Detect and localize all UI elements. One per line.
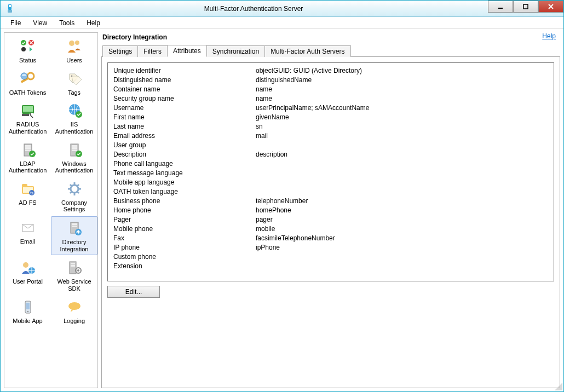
attribute-label: First name bbox=[113, 113, 256, 122]
attribute-label: IP phone bbox=[113, 243, 256, 252]
attribute-row[interactable]: Mobile app language bbox=[113, 178, 548, 187]
attribute-row[interactable]: Unique identifierobjectGUID: GUID (Activ… bbox=[113, 66, 548, 76]
sidebar-item-label: Logging bbox=[64, 318, 85, 325]
attribute-label: Last name bbox=[113, 122, 256, 131]
attribute-value: givenName bbox=[256, 113, 548, 122]
attribute-label: Fax bbox=[113, 234, 256, 243]
edit-button[interactable]: Edit... bbox=[107, 286, 160, 298]
svg-rect-55 bbox=[71, 265, 75, 267]
sidebar-item-iis-auth[interactable]: IIS Authentication bbox=[51, 99, 97, 137]
attribute-row[interactable]: First namegivenName bbox=[113, 113, 548, 122]
sidebar-item-ldap-auth[interactable]: LDAP Authentication bbox=[4, 139, 51, 176]
attribute-label: Container name bbox=[113, 85, 256, 94]
attribute-row[interactable]: Business phonetelephoneNumber bbox=[113, 197, 548, 206]
tabstrip: Settings Filters Attributes Synchronizat… bbox=[101, 44, 560, 57]
sidebar-item-web-service-sdk[interactable]: Web Service SDK bbox=[51, 256, 97, 294]
attribute-row[interactable]: Mobile phonemobile bbox=[113, 224, 548, 234]
attribute-row[interactable]: UsernameuserPrincipalName; sAMAccountNam… bbox=[113, 103, 548, 113]
attribute-row[interactable]: Security group namename bbox=[113, 94, 548, 103]
attribute-value bbox=[256, 169, 548, 178]
tab-settings[interactable]: Settings bbox=[102, 45, 138, 57]
sidebar-item-mobile-app[interactable]: Mobile App bbox=[4, 296, 51, 327]
sidebar-item-company-settings[interactable]: Company Settings bbox=[51, 177, 97, 215]
attribute-row[interactable]: FaxfacsimileTelephoneNumber bbox=[113, 234, 548, 243]
close-button[interactable] bbox=[538, 1, 563, 13]
sidebar-item-users[interactable]: Users bbox=[51, 35, 97, 66]
svg-line-43 bbox=[77, 185, 79, 186]
attribute-row[interactable]: Extension bbox=[113, 262, 548, 271]
tab-mf-servers[interactable]: Multi-Factor Auth Servers bbox=[264, 45, 350, 57]
attribute-row[interactable]: Last namesn bbox=[113, 122, 548, 131]
attribute-list[interactable]: Unique identifierobjectGUID: GUID (Activ… bbox=[107, 62, 554, 281]
resize-grip[interactable] bbox=[555, 383, 562, 390]
minimize-button[interactable] bbox=[488, 1, 513, 13]
menu-view[interactable]: View bbox=[27, 18, 53, 28]
attribute-label: Mobile app language bbox=[113, 178, 256, 187]
sidebar-item-label: AD FS bbox=[19, 199, 36, 206]
directory-icon bbox=[64, 219, 85, 238]
attribute-row[interactable]: OATH token language bbox=[113, 187, 548, 197]
attribute-value: description bbox=[256, 150, 548, 159]
attribute-row[interactable]: Email addressmail bbox=[113, 131, 548, 141]
sidebar-item-oath-tokens[interactable]: OATH Tokens bbox=[4, 67, 51, 99]
menu-file[interactable]: File bbox=[5, 18, 26, 28]
attribute-row[interactable]: Distinguished namedistinguishedName bbox=[113, 76, 548, 85]
sidebar-item-email[interactable]: Email bbox=[4, 216, 51, 255]
sidebar-item-label: Directory Integration bbox=[53, 239, 96, 252]
menu-help[interactable]: Help bbox=[81, 18, 106, 28]
svg-rect-28 bbox=[72, 145, 77, 147]
svg-rect-4 bbox=[523, 4, 528, 9]
svg-point-19 bbox=[29, 113, 34, 118]
svg-rect-2 bbox=[8, 10, 12, 13]
server-icon bbox=[64, 141, 85, 159]
sidebar-item-radius-auth[interactable]: RADIUS Authentication bbox=[4, 99, 51, 137]
folder-icon: fs bbox=[17, 180, 39, 198]
attribute-row[interactable]: User group bbox=[113, 141, 548, 150]
sidebar-item-tags[interactable]: Tags bbox=[51, 67, 97, 99]
menubar: File View Tools Help bbox=[1, 17, 563, 29]
menu-tools[interactable]: Tools bbox=[54, 18, 80, 28]
svg-rect-1 bbox=[9, 5, 11, 7]
sidebar-item-label: Tags bbox=[68, 89, 80, 96]
sidebar-item-directory-integration[interactable]: Directory Integration bbox=[51, 216, 97, 255]
tab-filters[interactable]: Filters bbox=[137, 45, 168, 57]
attribute-row[interactable]: Descriptiondescription bbox=[113, 150, 548, 159]
help-link[interactable]: Help bbox=[542, 32, 556, 40]
mail-icon bbox=[17, 218, 39, 237]
attribute-row[interactable]: Text message language bbox=[113, 169, 548, 178]
sidebar-item-adfs[interactable]: fs AD FS bbox=[4, 177, 51, 215]
sidebar-item-label: User Portal bbox=[13, 278, 43, 285]
svg-line-45 bbox=[77, 192, 79, 193]
attribute-row[interactable]: Pagerpager bbox=[113, 215, 548, 224]
svg-text:fs: fs bbox=[30, 191, 33, 195]
sidebar-item-label: Mobile App bbox=[13, 318, 42, 325]
attribute-label: Extension bbox=[113, 262, 256, 271]
attribute-label: Phone call language bbox=[113, 159, 256, 169]
svg-rect-49 bbox=[72, 226, 77, 227]
attribute-value: pager bbox=[256, 215, 548, 224]
tab-attributes[interactable]: Attributes bbox=[167, 45, 207, 57]
attribute-row[interactable]: Container namename bbox=[113, 85, 548, 94]
tab-synchronization[interactable]: Synchronization bbox=[206, 45, 265, 57]
attribute-row[interactable]: IP phoneipPhone bbox=[113, 243, 548, 252]
svg-point-10 bbox=[69, 41, 74, 46]
user-globe-icon bbox=[17, 258, 39, 277]
sidebar-item-logging[interactable]: Logging bbox=[51, 296, 97, 327]
svg-point-51 bbox=[23, 262, 28, 268]
attribute-value: name bbox=[256, 94, 548, 103]
status-icon bbox=[17, 37, 39, 56]
sidebar-item-user-portal[interactable]: User Portal bbox=[4, 256, 51, 294]
svg-point-11 bbox=[75, 41, 79, 45]
server-icon bbox=[17, 141, 39, 159]
sidebar-item-status[interactable]: Status bbox=[4, 35, 51, 66]
svg-rect-33 bbox=[22, 184, 27, 187]
attribute-label: Text message language bbox=[113, 169, 256, 178]
attribute-row[interactable]: Custom phone bbox=[113, 252, 548, 262]
attribute-row[interactable]: Phone call language bbox=[113, 159, 548, 169]
attribute-row[interactable]: Home phonehomePhone bbox=[113, 206, 548, 215]
sidebar-item-windows-auth[interactable]: Windows Authentication bbox=[51, 139, 97, 176]
maximize-button[interactable] bbox=[513, 1, 538, 13]
key-icon bbox=[17, 70, 39, 88]
attribute-value bbox=[256, 187, 548, 197]
app-window: Multi-Factor Authentication Server File … bbox=[0, 0, 564, 392]
